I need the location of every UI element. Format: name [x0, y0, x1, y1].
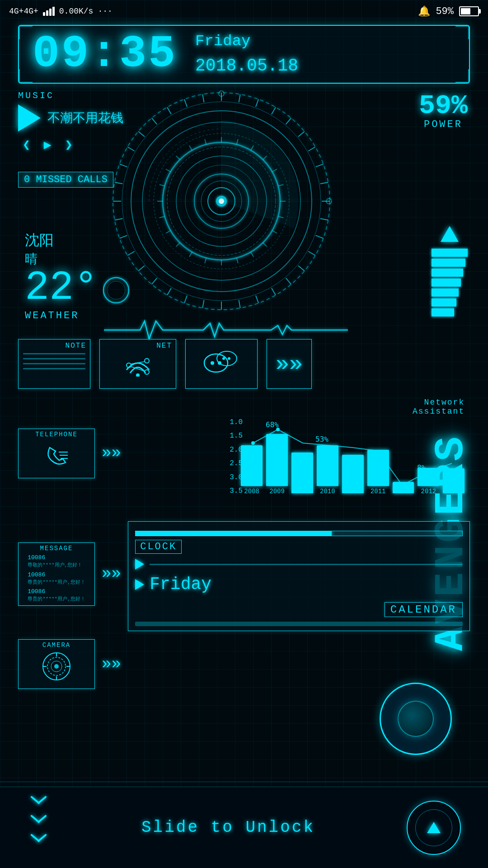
svg-line-17 — [286, 278, 291, 284]
chart-bar-2009b — [291, 453, 313, 495]
svg-line-32 — [119, 164, 127, 167]
svg-line-75 — [205, 139, 206, 145]
svg-line-5 — [256, 99, 258, 107]
clock-play-icon — [135, 559, 144, 570]
status-bar: 4G+4G+ 0.00K/s ··· 🔔 59% — [0, 0, 488, 23]
svg-line-31 — [115, 182, 123, 184]
music-prev-button[interactable]: ❮ — [23, 137, 30, 152]
svg-line-26 — [138, 266, 145, 271]
clock-box: 09:35 Friday 2018.05.18 — [18, 25, 470, 84]
chevron-2-icon — [27, 821, 50, 835]
chart-section: NetworkAssistant 3.5 3.0 2.5 2.0 1.5 1.0… — [211, 398, 465, 509]
msg-2-content: 尊贵的*****用户,您好！ — [28, 579, 85, 586]
svg-line-36 — [167, 107, 171, 114]
wifi-widget[interactable]: NET — [99, 339, 176, 389]
arrows-icon: »» — [276, 351, 303, 377]
unlock-bar[interactable]: Slide to Unlock — [0, 787, 488, 868]
svg-point-82 — [145, 359, 149, 363]
battery-percent-label: 59% — [436, 6, 454, 17]
telephone-label: TELEPHONE — [35, 431, 78, 438]
progress-bar — [135, 531, 463, 536]
bar-2 — [432, 259, 465, 267]
svg-line-68 — [166, 231, 170, 233]
clock-calendar-widget: CLOCK Friday CALENDAR — [128, 521, 470, 631]
chart-bar-2008: 2008 — [241, 445, 263, 495]
svg-line-16 — [298, 266, 305, 271]
svg-line-63 — [237, 258, 238, 264]
svg-line-14 — [316, 236, 324, 238]
svg-line-6 — [272, 107, 276, 114]
clock-date: Friday 2018.05.18 — [195, 30, 298, 79]
calendar-label[interactable]: CALENDAR — [385, 602, 463, 617]
svg-point-80 — [136, 373, 140, 377]
svg-line-73 — [176, 156, 180, 160]
speed-label: 0.00K/s — [59, 7, 94, 16]
bottom-bar — [135, 622, 463, 626]
music-play-button[interactable]: ▶ — [44, 137, 52, 152]
svg-line-8 — [298, 132, 305, 137]
message-label: MESSAGE — [40, 545, 73, 552]
svg-line-60 — [272, 231, 277, 233]
svg-line-15 — [308, 251, 315, 255]
power-label: POWER — [419, 119, 468, 130]
svg-point-86 — [204, 354, 228, 372]
music-label: MUSIC — [18, 90, 154, 101]
bar-1 — [432, 249, 468, 257]
music-next-button[interactable]: ❯ — [65, 137, 73, 152]
svg-line-22 — [202, 300, 204, 308]
wechat-widget[interactable] — [185, 339, 258, 389]
unlock-circle-button[interactable] — [407, 801, 461, 855]
svg-line-29 — [115, 219, 123, 220]
music-title: 不潮不用花钱 — [47, 109, 123, 127]
svg-line-71 — [160, 184, 165, 186]
chart-bars: 2008 2009 2010 — [241, 418, 465, 495]
bar-4 — [432, 278, 461, 287]
bar-3 — [432, 269, 463, 277]
svg-point-87 — [211, 361, 214, 365]
power-button-inner — [398, 701, 434, 737]
carrier-label: 4G+4G+ — [9, 7, 38, 16]
clock-time: 09:35 — [33, 32, 177, 77]
clock-thin-bar — [150, 564, 463, 565]
arrows-widget[interactable]: »» — [267, 339, 312, 389]
telephone-widget[interactable]: TELEPHONE — [18, 429, 95, 478]
svg-line-10 — [316, 164, 324, 167]
camera-arrow-icon: »» — [102, 655, 121, 674]
music-controls: ❮ ▶ ❯ — [18, 137, 154, 152]
progress-fill — [136, 531, 332, 536]
svg-point-103 — [54, 664, 59, 669]
note-lines — [23, 353, 85, 369]
svg-line-7 — [286, 118, 291, 124]
power-button[interactable] — [380, 683, 452, 755]
msg-3: 10086 — [28, 588, 85, 596]
svg-line-24 — [167, 288, 171, 295]
calendar-area: CALENDAR — [135, 599, 463, 617]
music-play-icon[interactable] — [18, 104, 41, 132]
battery-fill — [461, 8, 470, 14]
weather-label: WEATHER — [25, 310, 130, 321]
note-label: NOTE — [66, 342, 86, 350]
message-widget[interactable]: MESSAGE 10086 尊敬的****用户,您好！ 10086 尊贵的***… — [18, 542, 95, 606]
chart-bar-2012b — [443, 468, 465, 495]
svg-point-90 — [222, 357, 225, 360]
missed-calls-widget: 0 MISSED CALLS — [18, 172, 113, 188]
camera-label: CAMERA — [42, 642, 70, 649]
bar-6 — [432, 298, 456, 307]
note-widget[interactable]: NOTE — [18, 339, 90, 389]
svg-line-11 — [320, 182, 328, 184]
missed-calls-label: 0 MISSED CALLS — [18, 172, 113, 188]
svg-line-19 — [256, 296, 258, 303]
clock-day-play-icon — [135, 579, 144, 590]
svg-line-18 — [272, 288, 276, 295]
status-left: 4G+4G+ 0.00K/s ··· — [9, 7, 113, 16]
bottom-separator — [0, 782, 488, 782]
chart-bar-2011b — [393, 482, 414, 495]
wifi-label: NET — [156, 342, 172, 350]
msg-1: 10086 — [28, 554, 85, 562]
svg-line-25 — [152, 278, 157, 284]
camera-widget[interactable]: CAMERA — [18, 639, 95, 689]
music-play-row: 不潮不用花钱 — [18, 104, 154, 132]
clock-day-line: Friday — [135, 575, 463, 594]
signal-strength-display — [432, 226, 468, 316]
clock-date-value: 2018.05.18 — [195, 53, 298, 79]
